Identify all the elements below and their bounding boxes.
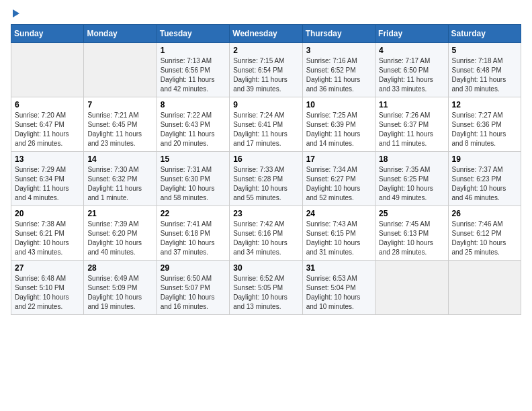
day-number: 7 bbox=[87, 100, 152, 109]
day-number: 21 bbox=[87, 209, 152, 218]
calendar-header: SundayMondayTuesdayWednesdayThursdayFrid… bbox=[11, 25, 521, 43]
logo bbox=[11, 11, 19, 17]
weekday-header-monday: Monday bbox=[84, 25, 157, 43]
calendar-cell: 19Sunrise: 7:37 AM Sunset: 6:23 PM Dayli… bbox=[448, 152, 521, 206]
calendar-cell bbox=[84, 43, 157, 97]
day-info: Sunrise: 7:38 AM Sunset: 6:21 PM Dayligh… bbox=[15, 220, 69, 256]
calendar-cell: 8Sunrise: 7:22 AM Sunset: 6:43 PM Daylig… bbox=[157, 97, 229, 152]
day-info: Sunrise: 7:18 AM Sunset: 6:48 PM Dayligh… bbox=[452, 57, 506, 93]
day-info: Sunrise: 7:30 AM Sunset: 6:32 PM Dayligh… bbox=[87, 166, 142, 201]
day-info: Sunrise: 7:13 AM Sunset: 6:56 PM Dayligh… bbox=[161, 57, 215, 93]
day-info: Sunrise: 6:48 AM Sunset: 5:10 PM Dayligh… bbox=[15, 275, 69, 310]
day-number: 22 bbox=[161, 209, 226, 218]
day-number: 3 bbox=[306, 46, 371, 55]
calendar-cell: 30Sunrise: 6:52 AM Sunset: 5:05 PM Dayli… bbox=[230, 261, 302, 315]
calendar-cell: 21Sunrise: 7:39 AM Sunset: 6:20 PM Dayli… bbox=[84, 206, 157, 261]
calendar-cell: 7Sunrise: 7:21 AM Sunset: 6:45 PM Daylig… bbox=[84, 97, 157, 152]
calendar-week-row: 1Sunrise: 7:13 AM Sunset: 6:56 PM Daylig… bbox=[11, 43, 521, 97]
day-number: 24 bbox=[306, 209, 371, 218]
day-info: Sunrise: 6:50 AM Sunset: 5:07 PM Dayligh… bbox=[161, 275, 215, 310]
calendar-cell bbox=[11, 43, 84, 97]
calendar-cell: 28Sunrise: 6:49 AM Sunset: 5:09 PM Dayli… bbox=[84, 261, 157, 315]
calendar-cell: 26Sunrise: 7:46 AM Sunset: 6:12 PM Dayli… bbox=[448, 206, 521, 261]
day-info: Sunrise: 7:16 AM Sunset: 6:52 PM Dayligh… bbox=[306, 57, 361, 93]
calendar-cell: 22Sunrise: 7:41 AM Sunset: 6:18 PM Dayli… bbox=[157, 206, 229, 261]
calendar-table: SundayMondayTuesdayWednesdayThursdayFrid… bbox=[11, 24, 521, 315]
day-info: Sunrise: 7:22 AM Sunset: 6:43 PM Dayligh… bbox=[161, 111, 215, 147]
day-number: 10 bbox=[306, 100, 371, 109]
day-number: 12 bbox=[452, 100, 517, 109]
day-info: Sunrise: 7:17 AM Sunset: 6:50 PM Dayligh… bbox=[379, 57, 433, 93]
day-info: Sunrise: 7:35 AM Sunset: 6:25 PM Dayligh… bbox=[379, 166, 433, 201]
calendar-cell: 31Sunrise: 6:53 AM Sunset: 5:04 PM Dayli… bbox=[302, 261, 375, 315]
weekday-header-saturday: Saturday bbox=[448, 25, 521, 43]
logo-arrow-icon bbox=[13, 9, 19, 17]
day-info: Sunrise: 7:21 AM Sunset: 6:45 PM Dayligh… bbox=[87, 111, 142, 147]
day-info: Sunrise: 7:45 AM Sunset: 6:13 PM Dayligh… bbox=[379, 220, 433, 256]
calendar-cell: 14Sunrise: 7:30 AM Sunset: 6:32 PM Dayli… bbox=[84, 152, 157, 206]
weekday-header-wednesday: Wednesday bbox=[230, 25, 302, 43]
calendar-week-row: 27Sunrise: 6:48 AM Sunset: 5:10 PM Dayli… bbox=[11, 261, 521, 315]
day-number: 27 bbox=[15, 263, 80, 273]
calendar-cell: 16Sunrise: 7:33 AM Sunset: 6:28 PM Dayli… bbox=[230, 152, 302, 206]
day-info: Sunrise: 7:25 AM Sunset: 6:39 PM Dayligh… bbox=[306, 111, 361, 147]
day-info: Sunrise: 7:42 AM Sunset: 6:16 PM Dayligh… bbox=[233, 220, 287, 256]
calendar-cell: 17Sunrise: 7:34 AM Sunset: 6:27 PM Dayli… bbox=[302, 152, 375, 206]
day-number: 28 bbox=[87, 263, 152, 273]
calendar-cell bbox=[448, 261, 521, 315]
day-number: 5 bbox=[452, 46, 517, 55]
weekday-header-friday: Friday bbox=[375, 25, 448, 43]
day-number: 17 bbox=[306, 154, 371, 164]
day-number: 20 bbox=[15, 209, 80, 218]
day-info: Sunrise: 7:20 AM Sunset: 6:47 PM Dayligh… bbox=[15, 111, 69, 147]
day-info: Sunrise: 7:43 AM Sunset: 6:15 PM Dayligh… bbox=[306, 220, 361, 256]
day-number: 2 bbox=[233, 46, 298, 55]
weekday-header-tuesday: Tuesday bbox=[157, 25, 229, 43]
day-number: 18 bbox=[379, 154, 444, 164]
day-info: Sunrise: 6:52 AM Sunset: 5:05 PM Dayligh… bbox=[233, 275, 287, 310]
day-number: 23 bbox=[233, 209, 298, 218]
day-number: 4 bbox=[379, 46, 444, 55]
calendar-body: 1Sunrise: 7:13 AM Sunset: 6:56 PM Daylig… bbox=[11, 43, 521, 315]
day-info: Sunrise: 7:46 AM Sunset: 6:12 PM Dayligh… bbox=[452, 220, 506, 256]
calendar-week-row: 6Sunrise: 7:20 AM Sunset: 6:47 PM Daylig… bbox=[11, 97, 521, 152]
day-info: Sunrise: 7:27 AM Sunset: 6:36 PM Dayligh… bbox=[452, 111, 506, 147]
calendar-cell: 27Sunrise: 6:48 AM Sunset: 5:10 PM Dayli… bbox=[11, 261, 84, 315]
day-info: Sunrise: 7:33 AM Sunset: 6:28 PM Dayligh… bbox=[233, 166, 287, 201]
day-number: 11 bbox=[379, 100, 444, 109]
calendar-cell: 1Sunrise: 7:13 AM Sunset: 6:56 PM Daylig… bbox=[157, 43, 229, 97]
calendar-week-row: 13Sunrise: 7:29 AM Sunset: 6:34 PM Dayli… bbox=[11, 152, 521, 206]
day-number: 26 bbox=[452, 209, 517, 218]
calendar-cell: 18Sunrise: 7:35 AM Sunset: 6:25 PM Dayli… bbox=[375, 152, 448, 206]
day-info: Sunrise: 7:26 AM Sunset: 6:37 PM Dayligh… bbox=[379, 111, 433, 147]
calendar-cell: 20Sunrise: 7:38 AM Sunset: 6:21 PM Dayli… bbox=[11, 206, 84, 261]
day-info: Sunrise: 7:39 AM Sunset: 6:20 PM Dayligh… bbox=[87, 220, 142, 256]
day-info: Sunrise: 6:53 AM Sunset: 5:04 PM Dayligh… bbox=[306, 275, 361, 310]
day-number: 29 bbox=[161, 263, 226, 273]
weekday-header-sunday: Sunday bbox=[11, 25, 84, 43]
day-info: Sunrise: 6:49 AM Sunset: 5:09 PM Dayligh… bbox=[87, 275, 142, 310]
calendar-cell: 12Sunrise: 7:27 AM Sunset: 6:36 PM Dayli… bbox=[448, 97, 521, 152]
day-number: 8 bbox=[161, 100, 226, 109]
calendar-cell: 23Sunrise: 7:42 AM Sunset: 6:16 PM Dayli… bbox=[230, 206, 302, 261]
day-number: 13 bbox=[15, 154, 80, 164]
calendar-cell: 2Sunrise: 7:15 AM Sunset: 6:54 PM Daylig… bbox=[230, 43, 302, 97]
calendar-cell: 3Sunrise: 7:16 AM Sunset: 6:52 PM Daylig… bbox=[302, 43, 375, 97]
day-info: Sunrise: 7:29 AM Sunset: 6:34 PM Dayligh… bbox=[15, 166, 69, 201]
calendar-cell: 15Sunrise: 7:31 AM Sunset: 6:30 PM Dayli… bbox=[157, 152, 229, 206]
calendar-cell: 6Sunrise: 7:20 AM Sunset: 6:47 PM Daylig… bbox=[11, 97, 84, 152]
day-number: 19 bbox=[452, 154, 517, 164]
calendar-week-row: 20Sunrise: 7:38 AM Sunset: 6:21 PM Dayli… bbox=[11, 206, 521, 261]
day-number: 15 bbox=[161, 154, 226, 164]
calendar-cell: 11Sunrise: 7:26 AM Sunset: 6:37 PM Dayli… bbox=[375, 97, 448, 152]
day-info: Sunrise: 7:31 AM Sunset: 6:30 PM Dayligh… bbox=[161, 166, 215, 201]
calendar-cell bbox=[375, 261, 448, 315]
calendar-cell: 9Sunrise: 7:24 AM Sunset: 6:41 PM Daylig… bbox=[230, 97, 302, 152]
day-number: 16 bbox=[233, 154, 298, 164]
day-info: Sunrise: 7:41 AM Sunset: 6:18 PM Dayligh… bbox=[161, 220, 215, 256]
calendar-cell: 4Sunrise: 7:17 AM Sunset: 6:50 PM Daylig… bbox=[375, 43, 448, 97]
day-number: 30 bbox=[233, 263, 298, 273]
page-header bbox=[11, 11, 521, 17]
day-number: 14 bbox=[87, 154, 152, 164]
calendar-cell: 10Sunrise: 7:25 AM Sunset: 6:39 PM Dayli… bbox=[302, 97, 375, 152]
